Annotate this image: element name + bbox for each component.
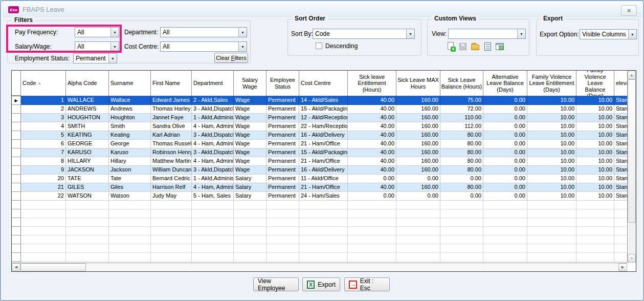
grid-cell-cost_centre[interactable]: 12 - Akld/Reception bbox=[299, 114, 348, 122]
grid-row[interactable]: 9JACKSONJacksonWilliam Duncan3 - Akld,Di… bbox=[12, 166, 627, 175]
grid-cell-cost_centre[interactable]: 16 - Akld/Delivery bbox=[299, 131, 348, 140]
grid-cell-family_violence_leave_entitlement[interactable]: 10.00 bbox=[527, 183, 576, 192]
grid-cell-surname[interactable]: Tate bbox=[109, 175, 151, 183]
grid-cell-relevant_hourly[interactable]: Stanc bbox=[614, 140, 627, 148]
grid-cell-alternative_leave_balance[interactable]: 0.00 bbox=[483, 105, 527, 114]
grid-cell-first_name[interactable]: Thomas Harley bbox=[151, 105, 192, 114]
grid-cell-salary_wage[interactable]: Wage bbox=[234, 114, 267, 122]
scroll-up-icon[interactable]: ▲ bbox=[628, 71, 636, 79]
grid-cell-family_violence_leave_balance[interactable]: 10.00 bbox=[576, 192, 614, 201]
grid-cell-department[interactable]: 4 - Ham, Administrat bbox=[192, 140, 234, 148]
grid-cell-family_violence_leave_balance[interactable]: 10.00 bbox=[576, 96, 614, 105]
view-employee-button[interactable]: View Employee bbox=[253, 277, 299, 291]
grid-cell-first_name[interactable]: Judy May bbox=[151, 192, 192, 201]
grid-cell-sick_leave_max_hours[interactable]: 160.00 bbox=[396, 157, 440, 166]
grid-cell-department[interactable]: 3 - Akld,Dispatch bbox=[192, 166, 234, 175]
grid-cell-sick_leave_balance[interactable]: 112.00 bbox=[440, 122, 483, 131]
grid-cell-family_violence_leave_balance[interactable]: 10.00 bbox=[576, 157, 614, 166]
grid-cell-sick_leave_entitlement[interactable]: 40.00 bbox=[348, 183, 396, 192]
grid-cell-cost_centre[interactable]: 21 - Ham/Office bbox=[299, 140, 348, 148]
row-selector-cell[interactable] bbox=[12, 105, 21, 114]
grid-cell-department[interactable]: 4 - Ham, Administrat bbox=[192, 183, 234, 192]
grid-cell-alpha_code[interactable]: JACKSON bbox=[66, 166, 109, 175]
grid-cell-sick_leave_entitlement[interactable]: 40.00 bbox=[348, 166, 396, 175]
grid-cell-surname[interactable]: George bbox=[109, 140, 151, 148]
grid-cell-sick_leave_max_hours[interactable]: 160.00 bbox=[396, 122, 440, 131]
grid-cell-sick_leave_max_hours[interactable]: 160.00 bbox=[396, 148, 440, 157]
grid-cell-code[interactable]: 7 bbox=[21, 148, 66, 157]
grid-cell-alpha_code[interactable]: WALLACE bbox=[66, 96, 109, 105]
grid-cell-sick_leave_max_hours[interactable]: 160.00 bbox=[396, 140, 440, 148]
grid-cell-relevant_hourly[interactable]: Stanc bbox=[614, 166, 627, 175]
grid-cell-surname[interactable]: Keating bbox=[109, 131, 151, 140]
grid-row[interactable]: 7KARUSOKarusoRobinson Henry3 - Akld,Disp… bbox=[12, 148, 627, 157]
chevron-down-icon[interactable]: ▼ bbox=[238, 42, 247, 51]
grid-cell-department[interactable]: 4 - Ham, Administrat bbox=[192, 157, 234, 166]
grid-cell-salary_wage[interactable]: Salary bbox=[234, 192, 267, 201]
grid-cell-employee_status[interactable]: Permanent bbox=[267, 148, 299, 157]
pay-frequency-select[interactable]: All ▼ bbox=[75, 27, 119, 37]
grid-cell-alpha_code[interactable]: KEATING bbox=[66, 131, 109, 140]
grid-cell-alpha_code[interactable]: TATE bbox=[66, 175, 109, 183]
grid-cell-cost_centre[interactable]: 15 - Akld/Packaging bbox=[299, 148, 348, 157]
vertical-scroll-thumb[interactable] bbox=[628, 79, 636, 223]
grid-cell-salary_wage[interactable]: Wage bbox=[234, 140, 267, 148]
grid-cell-salary_wage[interactable]: Wage bbox=[234, 122, 267, 131]
grid-cell-first_name[interactable]: Harrison Relf bbox=[151, 183, 192, 192]
grid-cell-first_name[interactable]: Sandra Olive bbox=[151, 122, 192, 131]
cost-centre-select[interactable]: All ▼ bbox=[160, 41, 247, 52]
grid-cell-cost_centre[interactable]: 21 - Ham/Office bbox=[299, 183, 348, 192]
grid-cell-relevant_hourly[interactable]: Stanc bbox=[614, 192, 627, 201]
grid-cell-sick_leave_max_hours[interactable]: 160.00 bbox=[396, 166, 440, 175]
grid-cell-department[interactable]: 1 - Akld,Administrati bbox=[192, 175, 234, 183]
save-view-icon[interactable] bbox=[458, 42, 468, 52]
grid-cell-alpha_code[interactable]: ANDREWS bbox=[66, 105, 109, 114]
grid-cell-first_name[interactable]: Jannet Faye bbox=[151, 114, 192, 122]
grid-cell-alpha_code[interactable]: WATSON bbox=[66, 192, 109, 201]
grid-cell-sick_leave_balance[interactable]: 0.00 bbox=[440, 175, 483, 183]
header-cell-sick_leave_max_hours[interactable]: Sick Leave MAX Hours bbox=[396, 71, 440, 96]
grid-cell-sick_leave_balance[interactable]: 110.00 bbox=[440, 114, 483, 122]
grid-cell-family_violence_leave_balance[interactable]: 10.00 bbox=[576, 122, 614, 131]
row-selector-cell[interactable] bbox=[12, 114, 21, 122]
scroll-down-icon[interactable]: ▼ bbox=[628, 254, 636, 263]
grid-row[interactable]: 21GILESGilesHarrison Relf4 - Ham, Admini… bbox=[12, 183, 627, 192]
grid-cell-family_violence_leave_balance[interactable]: 10.00 bbox=[576, 175, 614, 183]
grid-row[interactable]: 20TATETateBernard Cedric1 - Akld,Adminis… bbox=[12, 175, 627, 183]
grid-cell-family_violence_leave_balance[interactable]: 10.00 bbox=[576, 140, 614, 148]
grid-cell-relevant_hourly[interactable]: Stanc bbox=[614, 114, 627, 122]
grid-cell-salary_wage[interactable]: Wage bbox=[234, 157, 267, 166]
chevron-down-icon[interactable]: ▼ bbox=[406, 29, 414, 38]
grid-cell-alpha_code[interactable]: GILES bbox=[66, 183, 109, 192]
grid-cell-family_violence_leave_entitlement[interactable]: 10.00 bbox=[527, 175, 576, 183]
grid-cell-alternative_leave_balance[interactable]: 0.00 bbox=[483, 148, 527, 157]
grid-cell-relevant_hourly[interactable]: Stanc bbox=[614, 175, 627, 183]
grid-cell-sick_leave_entitlement[interactable]: 40.00 bbox=[348, 96, 396, 105]
grid-row[interactable]: 6GEORGEGeorgeThomas Russell4 - Ham, Admi… bbox=[12, 140, 627, 148]
employment-status-select[interactable]: Permanent ▼ bbox=[73, 53, 117, 63]
grid-cell-department[interactable]: 2 - Akld,Sales bbox=[192, 96, 234, 105]
grid-cell-alternative_leave_balance[interactable]: 0.00 bbox=[483, 140, 527, 148]
grid-cell-alternative_leave_balance[interactable]: 0.00 bbox=[483, 192, 527, 201]
grid-cell-employee_status[interactable]: Permanent bbox=[267, 157, 299, 166]
grid-cell-sick_leave_entitlement[interactable]: 40.00 bbox=[348, 122, 396, 131]
grid-cell-sick_leave_max_hours[interactable]: 0.00 bbox=[396, 175, 440, 183]
grid-cell-sick_leave_entitlement[interactable]: 0.00 bbox=[348, 192, 396, 201]
grid-cell-code[interactable]: 1 bbox=[21, 96, 66, 105]
department-select[interactable]: All ▼ bbox=[160, 27, 247, 37]
grid-cell-alternative_leave_balance[interactable]: 0.00 bbox=[483, 96, 527, 105]
grid-cell-employee_status[interactable]: Permanent bbox=[267, 166, 299, 175]
grid-cell-family_violence_leave_entitlement[interactable]: 10.00 bbox=[527, 114, 576, 122]
grid-cell-code[interactable]: 9 bbox=[21, 166, 66, 175]
grid-cell-sick_leave_max_hours[interactable]: 160.00 bbox=[396, 131, 440, 140]
sort-by-select[interactable]: Code ▼ bbox=[313, 29, 415, 39]
grid-cell-employee_status[interactable]: Permanent bbox=[267, 122, 299, 131]
grid-cell-sick_leave_balance[interactable]: 72.00 bbox=[440, 105, 483, 114]
salary-wage-select[interactable]: All ▼ bbox=[75, 41, 119, 52]
grid-cell-sick_leave_balance[interactable]: 80.00 bbox=[440, 148, 483, 157]
header-cell-cost_centre[interactable]: Cost Centre bbox=[299, 71, 348, 96]
header-cell-first_name[interactable]: First Name bbox=[151, 71, 192, 96]
grid-cell-code[interactable]: 4 bbox=[21, 122, 66, 131]
scroll-right-icon[interactable]: ▶ bbox=[618, 263, 627, 271]
header-cell-family_violence_leave_entitlement[interactable]: Family Violence Leave Entitlement (Days) bbox=[527, 71, 576, 96]
